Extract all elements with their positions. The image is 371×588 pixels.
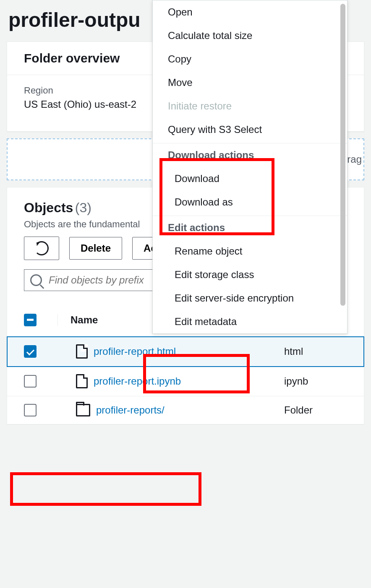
search-icon	[30, 274, 42, 286]
table-row[interactable]: profiler-report.ipynb ipynb	[7, 367, 364, 396]
menu-item-edit-encryption[interactable]: Edit server-side encryption	[153, 286, 347, 310]
objects-title: Objects	[24, 200, 73, 215]
object-link[interactable]: profiler-reports/	[96, 404, 165, 416]
menu-item-move[interactable]: Move	[153, 71, 347, 94]
folder-icon	[76, 404, 90, 416]
menu-item-edit-storage-class[interactable]: Edit storage class	[153, 263, 347, 286]
download-actions-header: Download actions	[153, 143, 347, 167]
table-row[interactable]: profiler-reports/ Folder	[7, 396, 364, 424]
table-row[interactable]: profiler-report.html html	[7, 337, 364, 367]
col-name-header[interactable]: Name	[71, 314, 98, 326]
scrollbar-thumb[interactable]	[340, 4, 345, 306]
refresh-icon	[34, 241, 49, 255]
menu-item-initiate-restore: Initiate restore	[153, 94, 347, 118]
objects-count: (3)	[75, 200, 91, 215]
menu-item-copy[interactable]: Copy	[153, 47, 347, 71]
menu-item-rename[interactable]: Rename object	[153, 239, 347, 263]
delete-button[interactable]: Delete	[69, 237, 122, 260]
menu-item-download[interactable]: Download	[153, 167, 347, 190]
row-checkbox[interactable]	[24, 375, 37, 388]
select-all-checkbox[interactable]	[24, 314, 37, 326]
object-type: Folder	[284, 404, 347, 416]
menu-item-query-s3-select[interactable]: Query with S3 Select	[153, 118, 347, 141]
actions-dropdown: Open Calculate total size Copy Move Init…	[152, 0, 347, 334]
object-type: ipynb	[284, 375, 347, 387]
object-link[interactable]: profiler-report.html	[94, 346, 176, 357]
object-link[interactable]: profiler-report.ipynb	[94, 375, 181, 387]
file-icon	[76, 344, 88, 359]
object-type: html	[284, 346, 347, 357]
objects-description: Objects are the fundamental	[24, 219, 140, 229]
refresh-button[interactable]	[24, 237, 59, 260]
row-checkbox[interactable]	[24, 345, 37, 358]
row-checkbox[interactable]	[24, 404, 37, 416]
menu-item-open[interactable]: Open	[153, 0, 347, 24]
menu-item-download-as[interactable]: Download as	[153, 190, 347, 214]
file-icon	[76, 374, 88, 388]
menu-item-calculate-size[interactable]: Calculate total size	[153, 24, 347, 47]
highlight-selected-row	[10, 472, 201, 506]
edit-actions-header: Edit actions	[153, 216, 347, 239]
menu-item-edit-metadata[interactable]: Edit metadata	[153, 310, 347, 333]
